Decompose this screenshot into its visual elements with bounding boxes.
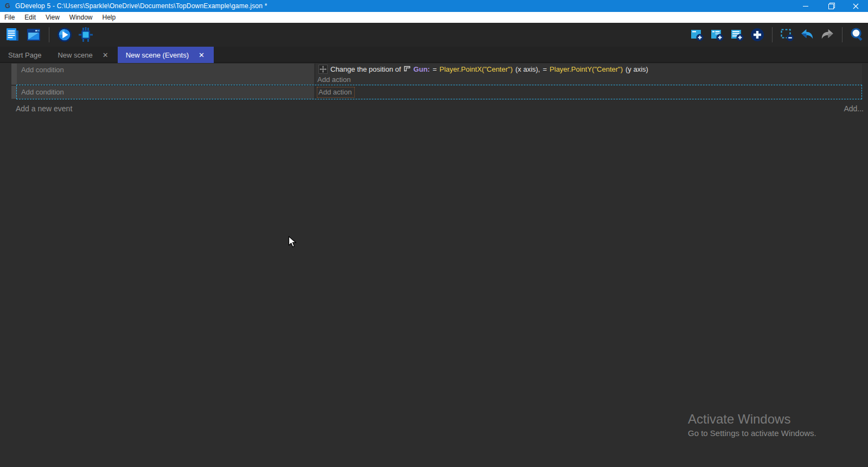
tab-label: New scene (58, 51, 92, 59)
minimize-icon (803, 6, 808, 7)
redo-icon[interactable] (820, 27, 835, 42)
tab-close-icon[interactable]: ✕ (197, 51, 206, 59)
action-expression-x: Player.PointX("Center") (439, 65, 513, 73)
tab-bar: Start Page New scene ✕ New scene (Events… (0, 47, 868, 63)
action-object-name: Gun: (413, 65, 430, 73)
add-action-button[interactable]: Add action (316, 75, 862, 85)
close-button[interactable] (843, 0, 868, 12)
titlebar: G GDevelop 5 - C:\Users\Sparkle\OneDrive… (0, 0, 868, 12)
action-operator: = (542, 65, 547, 73)
add-subevent-icon[interactable] (710, 27, 725, 42)
action-axis-x: (x axis), (515, 65, 540, 73)
event-row-gutter[interactable] (11, 86, 17, 99)
event-actions-cell[interactable]: Add action (316, 86, 862, 99)
window-controls (793, 0, 868, 12)
debugger-icon[interactable] (78, 27, 94, 43)
tab-new-scene-events[interactable]: New scene (Events) ✕ (118, 47, 214, 63)
event-conditions-cell[interactable]: Add condition (17, 86, 314, 99)
tab-start-page[interactable]: Start Page (0, 47, 49, 63)
action-change-position[interactable]: Change the position of Gun: = Player.Poi… (316, 64, 862, 75)
menu-item-file[interactable]: File (0, 12, 20, 23)
toolbar (0, 23, 868, 47)
gun-icon (404, 65, 411, 73)
tab-new-scene[interactable]: New scene ✕ (49, 47, 117, 63)
preview-play-icon[interactable] (56, 27, 73, 43)
restore-icon (828, 4, 833, 9)
move-position-icon (318, 65, 328, 74)
window-title: GDevelop 5 - C:\Users\Sparkle\OneDrive\D… (15, 2, 267, 10)
action-operator: = (432, 65, 437, 73)
add-comment-icon[interactable] (730, 27, 745, 42)
restore-button[interactable] (818, 0, 843, 12)
tab-label: New scene (Events) (126, 51, 189, 59)
event-conditions-cell[interactable]: Add condition (17, 64, 314, 85)
event-row-gutter[interactable] (11, 64, 17, 85)
add-condition-button[interactable]: Add condition (21, 88, 64, 96)
add-condition-button[interactable]: Add condition (21, 66, 64, 74)
toolbar-separator (842, 27, 843, 42)
menu-item-edit[interactable]: Edit (20, 12, 41, 23)
add-event-icon[interactable] (690, 27, 705, 42)
add-menu-button[interactable]: Add... (844, 104, 864, 113)
toolbar-right-group (690, 23, 865, 47)
add-new-event-button[interactable]: Add a new event (16, 104, 72, 113)
gdevelop-window: G GDevelop 5 - C:\Users\Sparkle\OneDrive… (0, 0, 868, 467)
delete-selection-icon[interactable] (780, 27, 795, 42)
menu-item-window[interactable]: Window (65, 12, 98, 23)
menu-item-help[interactable]: Help (98, 12, 121, 23)
toolbar-left-group (4, 23, 94, 47)
menu-item-view[interactable]: View (41, 12, 65, 23)
action-expression-y: Player.PointY("Center") (550, 65, 623, 73)
toolbar-separator (49, 27, 49, 42)
toolbar-separator (772, 27, 773, 42)
tab-label: Start Page (8, 51, 41, 59)
action-text: Change the position of (330, 65, 401, 73)
add-action-button-focused[interactable]: Add action (317, 87, 355, 98)
tab-close-icon[interactable]: ✕ (101, 51, 110, 59)
action-axis-y: (y axis) (626, 65, 648, 73)
event-actions-cell[interactable]: Change the position of Gun: = Player.Poi… (316, 64, 862, 85)
scene-editor-icon[interactable] (25, 27, 42, 43)
add-circle-icon[interactable] (750, 27, 765, 42)
menu-bar: File Edit View Window Help (0, 12, 868, 23)
undo-icon[interactable] (800, 27, 815, 42)
events-editor: Add condition Change the position of (0, 63, 868, 467)
close-icon (853, 3, 859, 9)
gdevelop-logo-icon: G (4, 2, 11, 10)
project-manager-icon[interactable] (4, 27, 21, 43)
search-icon[interactable] (850, 27, 865, 42)
minimize-button[interactable] (793, 0, 818, 12)
